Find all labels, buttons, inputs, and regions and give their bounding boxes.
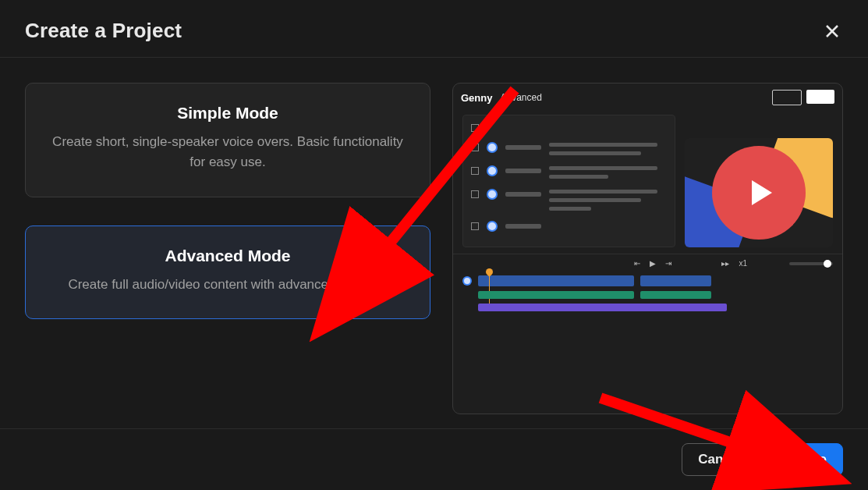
preview-video-thumbnail: [685, 138, 833, 247]
skip-back-icon: ⇤: [634, 259, 640, 268]
timeline-row: [462, 304, 833, 311]
fast-forward-icon: ▸▸: [721, 259, 729, 268]
close-icon: [824, 23, 840, 39]
avatar-icon: [487, 189, 498, 200]
checkbox-icon: [471, 222, 479, 230]
timeline-clip: [640, 291, 711, 299]
checkbox-icon: [471, 190, 479, 198]
placeholder-bar: [505, 224, 541, 229]
preview-row: [471, 141, 667, 155]
mode-description: Create full audio/video content with adv…: [48, 275, 408, 295]
preview-button-solid: [806, 90, 834, 104]
avatar-icon: [487, 142, 498, 153]
play-icon: [752, 180, 772, 205]
preview-tab-label: Advanced: [500, 92, 541, 103]
preview-row: [471, 165, 667, 179]
timeline-clip: [478, 275, 634, 286]
checkbox-icon: [471, 144, 479, 151]
button-label: Create: [785, 452, 827, 467]
placeholder-bar: [505, 145, 541, 150]
avatar-icon: [487, 165, 498, 176]
preview-body: [453, 110, 842, 254]
mode-title: Simple Mode: [48, 104, 408, 123]
mode-title: Advanced Mode: [48, 247, 408, 265]
placeholder-lines: [549, 143, 667, 155]
placeholder-bar: [505, 192, 541, 197]
preview-button-outline: [772, 90, 802, 105]
create-project-dialog: Create a Project Simple Mode Create shor…: [0, 0, 868, 490]
placeholder-lines: [549, 190, 667, 211]
button-label: Cancel: [698, 452, 742, 467]
mode-option-advanced[interactable]: Advanced Mode Create full audio/video co…: [25, 225, 430, 319]
timeline-row: [462, 275, 833, 286]
preview-row: [471, 220, 667, 232]
dialog-body: Simple Mode Create short, single-speaker…: [0, 58, 868, 428]
volume-slider: [789, 262, 833, 265]
preview-brand: Genny: [461, 92, 492, 104]
preview-row: [471, 188, 667, 211]
mode-description: Create short, single-speaker voice overs…: [48, 132, 408, 173]
playback-speed: x1: [739, 259, 747, 268]
preview-header-buttons: [772, 90, 834, 105]
mode-option-simple[interactable]: Simple Mode Create short, single-speaker…: [25, 83, 430, 197]
preview-transport-bar: ⇤ ▶ ⇥ ▸▸ x1: [453, 254, 842, 271]
play-circle: [712, 146, 806, 240]
close-button[interactable]: [821, 20, 843, 42]
checkbox-icon: [471, 124, 479, 132]
create-button[interactable]: Create: [769, 443, 843, 476]
preview-script-rows: [462, 115, 675, 247]
timeline-clip: [478, 291, 634, 299]
dialog-header: Create a Project: [0, 0, 868, 58]
placeholder-bar: [505, 169, 541, 173]
preview-timeline: [453, 271, 842, 325]
preview-header: Genny Advanced: [453, 83, 842, 110]
preview-row: [471, 122, 667, 132]
avatar-icon: [462, 276, 472, 286]
mode-options: Simple Mode Create short, single-speaker…: [25, 83, 430, 414]
play-icon: ▶: [650, 259, 656, 268]
skip-forward-icon: ⇥: [665, 259, 671, 268]
checkbox-icon: [471, 167, 479, 175]
mode-preview: Genny Advanced: [452, 83, 843, 414]
placeholder-lines: [549, 166, 667, 179]
timeline-clip: [478, 304, 727, 311]
dialog-title: Create a Project: [25, 19, 182, 43]
dialog-footer: Cancel Create: [0, 428, 868, 490]
avatar-icon: [487, 221, 498, 232]
timeline-clip: [640, 275, 711, 286]
cancel-button[interactable]: Cancel: [682, 443, 758, 476]
timeline-row: [462, 291, 833, 299]
